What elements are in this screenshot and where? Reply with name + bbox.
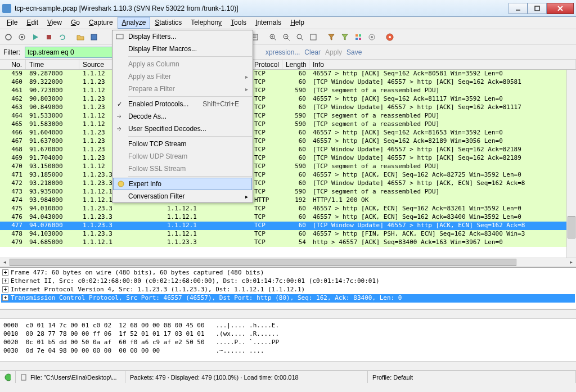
packet-row[interactable]: 47393.9350001.1.12.11.1.23.3TCP590[TCP s… xyxy=(0,188,576,196)
svg-line-14 xyxy=(274,38,276,40)
packet-row[interactable]: 46691.6040001.1.23TCP6046557 > http [ACK… xyxy=(0,129,576,137)
col-header-protocol[interactable]: Protocol xyxy=(251,60,282,69)
filter-apply[interactable]: Apply xyxy=(325,48,342,56)
tree-expand-icon[interactable]: + xyxy=(2,295,8,301)
hex-pane[interactable]: 0000 c0 01 14 7c 00 01 c0 02 12 68 00 00… xyxy=(0,319,576,361)
packet-row[interactable]: 45989.2870001.1.12TCP6046557 > http [ACK… xyxy=(0,70,576,78)
filter-save[interactable]: Save xyxy=(346,48,362,56)
scroll-thumb[interactable] xyxy=(568,216,575,238)
toolbar-coloring-icon[interactable] xyxy=(352,31,364,43)
toolbar-save-icon[interactable] xyxy=(88,31,100,43)
packet-row[interactable]: 47093.1500001.1.12TCP590[TCP segment of … xyxy=(0,163,576,171)
dd-display-filters[interactable]: Display Filters... xyxy=(112,30,253,43)
col-header-no[interactable]: No. xyxy=(0,60,26,69)
hscroll-left[interactable]: ◄ xyxy=(0,258,10,267)
packet-hscroll[interactable]: ◄ ► xyxy=(0,258,576,267)
status-packets: Packets: 479 · Displayed: 479 (100.0%) ·… xyxy=(125,371,368,383)
svg-rect-9 xyxy=(91,34,97,40)
toolbar-interfaces-icon[interactable] xyxy=(2,31,15,43)
tree-expand-icon[interactable]: + xyxy=(2,269,8,276)
packet-row[interactable]: 46290.8030001.1.23TCP6046557 > http [ACK… xyxy=(0,95,576,103)
tree-expand-icon[interactable]: + xyxy=(2,286,8,292)
toolbar-start-icon[interactable] xyxy=(29,31,42,43)
col-header-time[interactable]: Time xyxy=(26,60,79,69)
detail-line[interactable]: +Ethernet II, Src: c0:02:12:68:00:00 (c0… xyxy=(1,277,575,286)
packet-row[interactable]: 46190.7230001.1.12TCP590[TCP segment of … xyxy=(0,87,576,95)
packet-row[interactable]: 46491.5330001.1.12TCP590[TCP segment of … xyxy=(0,112,576,120)
toolbar-display-filter-icon[interactable] xyxy=(339,31,351,43)
dd-enabled-protocols[interactable]: ✓Enabled Protocols...Shift+Ctrl+E xyxy=(112,98,253,110)
dd-follow-tcp[interactable]: Follow TCP Stream xyxy=(112,138,253,150)
toolbar-restart-icon[interactable] xyxy=(56,31,69,43)
tree-expand-icon[interactable]: + xyxy=(2,278,8,284)
dd-conversation-filter[interactable]: Conversation Filter▸ xyxy=(112,190,253,202)
detail-line[interactable]: +Transmission Control Protocol, Src Port… xyxy=(1,294,575,303)
filter-clear[interactable]: Clear xyxy=(304,48,321,56)
menu-tools[interactable]: Tools xyxy=(226,17,251,29)
toolbar-open-icon[interactable] xyxy=(74,31,87,43)
details-hscroll[interactable] xyxy=(0,309,576,319)
dd-display-filter-macros[interactable]: Display Filter Macros... xyxy=(112,43,253,55)
minimize-button[interactable] xyxy=(508,3,528,14)
menu-statistics[interactable]: Statistics xyxy=(150,17,186,29)
maximize-button[interactable] xyxy=(528,3,547,14)
dd-prepare-filter[interactable]: Prepare a Filter▸ xyxy=(112,83,253,95)
dd-apply-filter[interactable]: Apply as Filter▸ xyxy=(112,70,253,83)
dd-user-decodes[interactable]: User Specified Decodes... xyxy=(112,123,253,135)
packet-list[interactable]: 45989.2870001.1.12TCP6046557 > http [ACK… xyxy=(0,70,576,258)
toolbar-zoom-100-icon[interactable] xyxy=(294,31,306,43)
col-header-info[interactable]: Info xyxy=(309,60,576,69)
menu-help[interactable]: Help xyxy=(286,17,309,29)
toolbar-zoom-out-icon[interactable] xyxy=(280,31,292,43)
details-pane[interactable]: +Frame 477: 60 bytes on wire (480 bits),… xyxy=(0,267,576,309)
menu-analyze[interactable]: Analyze xyxy=(118,17,151,29)
filter-expression[interactable]: xpression... xyxy=(266,48,300,56)
packet-row[interactable]: 47293.2180001.1.23.31.1.12.1TCP60[TCP Wi… xyxy=(0,179,576,188)
packet-row[interactable]: 46591.5830001.1.12TCP590[TCP segment of … xyxy=(0,120,576,129)
menu-view[interactable]: View xyxy=(43,17,66,29)
menu-edit[interactable]: Edit xyxy=(22,17,43,29)
menu-internals[interactable]: Internals xyxy=(251,17,286,29)
status-profile[interactable]: Profile: Default xyxy=(368,371,576,383)
packet-row[interactable]: 47994.6850001.1.12.11.1.23.3TCP54http > … xyxy=(0,238,576,247)
hscroll-thumb[interactable] xyxy=(10,259,516,266)
hex-hscroll[interactable] xyxy=(0,361,576,371)
menu-telephony[interactable]: Telephony xyxy=(186,17,226,29)
dd-expert-info[interactable]: Expert Info xyxy=(113,178,252,190)
packet-row[interactable]: 47493.9840001.1.12.11.1.23.3HTTP192HTTP/… xyxy=(0,196,576,205)
packet-row[interactable]: 47894.1030001.1.23.31.1.12.1TCP6046557 >… xyxy=(0,230,576,238)
packet-row[interactable]: 47794.0760001.1.23.31.1.12.1TCP60[TCP Wi… xyxy=(0,222,576,230)
status-file[interactable]: File: "C:\Users\Elina\Desktop\... xyxy=(16,371,125,383)
col-header-length[interactable]: Length xyxy=(282,60,309,69)
packet-row[interactable]: 46390.8490001.1.23TCP60[TCP Window Updat… xyxy=(0,103,576,112)
toolbar-stop-icon[interactable] xyxy=(43,31,55,43)
toolbar-zoom-in-icon[interactable] xyxy=(267,31,279,43)
detail-line[interactable]: +Internet Protocol Version 4, Src: 1.1.2… xyxy=(1,286,575,294)
toolbar-resize-icon[interactable] xyxy=(307,31,320,43)
svg-point-20 xyxy=(297,34,302,39)
toolbar-options-icon[interactable] xyxy=(16,31,28,43)
svg-rect-22 xyxy=(310,34,316,40)
menu-capture[interactable]: Capture xyxy=(84,17,118,29)
packet-row[interactable]: 46891.6700001.1.23TCP60[TCP Window Updat… xyxy=(0,146,576,154)
expert-indicator-icon[interactable] xyxy=(0,371,16,383)
packet-scrollbar[interactable] xyxy=(566,70,576,258)
svg-point-33 xyxy=(5,374,11,381)
filter-input[interactable] xyxy=(25,47,115,58)
detail-line[interactable]: +Frame 477: 60 bytes on wire (480 bits),… xyxy=(1,269,575,277)
toolbar-capture-filter-icon[interactable] xyxy=(325,31,338,43)
toolbar-prefs-icon[interactable] xyxy=(366,31,378,43)
packet-row[interactable]: 46791.6370001.1.23TCP6046557 > http [ACK… xyxy=(0,137,576,146)
dd-decode-as[interactable]: Decode As... xyxy=(112,110,253,123)
packet-row[interactable]: 46089.3220001.1.23TCP60[TCP Window Updat… xyxy=(0,78,576,87)
packet-row[interactable]: 47694.0430001.1.23.31.1.12.1TCP6046557 >… xyxy=(0,213,576,222)
toolbar-help-icon[interactable] xyxy=(384,31,396,43)
close-button[interactable] xyxy=(547,3,574,14)
menu-go[interactable]: Go xyxy=(66,17,84,29)
menu-file[interactable]: File xyxy=(2,17,22,29)
hscroll-right[interactable]: ► xyxy=(566,258,576,267)
toolbar xyxy=(0,29,576,45)
packet-row[interactable]: 47594.0100001.1.23.31.1.12.1TCP6046557 >… xyxy=(0,205,576,213)
packet-row[interactable]: 46991.7040001.1.23TCP60[TCP Window Updat… xyxy=(0,154,576,163)
packet-row[interactable]: 47193.1850001.1.23.31.1.12.1TCP6046557 >… xyxy=(0,171,576,179)
